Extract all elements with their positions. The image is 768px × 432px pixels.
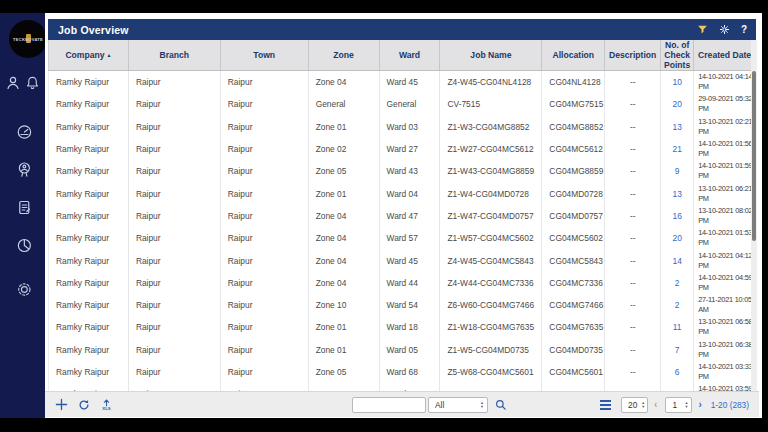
cell-allocation: CG04MG7515 (542, 93, 605, 115)
analytics-pie-icon[interactable] (15, 237, 32, 254)
column-header-ward[interactable]: Ward (380, 40, 441, 70)
cell-checkpoints[interactable]: 18 (661, 383, 694, 391)
app-logo: TECKNOVATE (9, 20, 47, 58)
cell-town: Raipur (221, 71, 309, 93)
scrollbar-thumb[interactable] (752, 71, 756, 241)
cell-branch: Raipur (129, 294, 221, 316)
page-size-menu-icon[interactable] (600, 400, 611, 410)
cell-branch: Raipur (129, 138, 221, 160)
table-row[interactable]: Ramky RaipurRaipurRaipurZone 01Ward 03Z1… (49, 116, 756, 138)
cell-ward: Ward 47 (380, 205, 441, 227)
table-row[interactable]: Ramky RaipurRaipurRaipurZone 02Ward 14Z2… (49, 383, 756, 391)
cell-checkpoints[interactable]: 16 (661, 205, 694, 227)
chevron-left-icon[interactable]: ‹ (652, 399, 659, 410)
search-input[interactable] (352, 397, 426, 413)
column-header-zone[interactable]: Zone (309, 40, 380, 70)
search-icon[interactable] (495, 399, 507, 411)
export-xls-icon[interactable]: XLS (100, 398, 113, 412)
cell-checkpoints[interactable]: 13 (661, 116, 694, 138)
table-row[interactable]: Ramky RaipurRaipurRaipurZone 04Ward 44Z4… (49, 272, 756, 294)
column-header-allocation[interactable]: Allocation (542, 40, 605, 70)
cell-company: Ramky Raipur (49, 93, 129, 115)
cell-branch: Raipur (129, 93, 221, 115)
cell-town: Raipur (221, 361, 309, 383)
table-row[interactable]: Ramky RaipurRaipurRaipurZone 01Ward 04Z1… (49, 182, 756, 204)
table-row[interactable]: Ramky RaipurRaipurRaipurZone 02Ward 27Z1… (49, 138, 756, 160)
filter-column-select[interactable]: All ▲▼ (428, 397, 488, 413)
column-header-description[interactable]: Description (605, 40, 661, 70)
cell-checkpoints[interactable]: 2 (661, 294, 694, 316)
table-row[interactable]: Ramky RaipurRaipurRaipurZone 05Ward 68Z5… (49, 361, 756, 383)
chevron-right-icon[interactable]: › (696, 399, 703, 410)
settings-gear-icon[interactable] (15, 281, 32, 298)
cell-allocation: CG04MC5843 (542, 249, 605, 271)
cell-created: 14-10-2021 03:33 PM (694, 361, 756, 383)
cell-ward: Ward 44 (380, 272, 441, 294)
table-row[interactable]: Ramky RaipurRaipurRaipurZone 04Ward 45Z4… (49, 71, 756, 93)
column-header-job-name[interactable]: Job Name (440, 40, 542, 70)
field-tracking-icon[interactable] (15, 161, 32, 179)
cell-checkpoints[interactable]: 20 (661, 93, 694, 115)
table-row[interactable]: Ramky RaipurRaipurRaipurZone 01Ward 18Z1… (49, 316, 756, 338)
table-row[interactable]: Ramky RaipurRaipurRaipurGeneralGeneralCV… (49, 93, 756, 115)
cell-allocation: CG04MD0735 (542, 339, 605, 361)
cell-allocation: CG04NL4128 (542, 71, 605, 93)
cell-checkpoints[interactable]: 7 (661, 339, 694, 361)
dashboard-gauge-icon[interactable] (15, 123, 33, 141)
column-header-branch[interactable]: Branch (129, 40, 221, 70)
column-header-label: Description (609, 50, 656, 60)
table-row[interactable]: Ramky RaipurRaipurRaipurZone 05Ward 43Z1… (49, 160, 756, 182)
cell-created: 13-10-2021 02:21 PM (694, 116, 756, 138)
cell-checkpoints[interactable]: 10 (661, 71, 694, 93)
cell-checkpoints[interactable]: 2 (661, 272, 694, 294)
cell-town: Raipur (221, 116, 309, 138)
cell-created: 14-10-2021 01:56 PM (694, 138, 756, 160)
cell-zone: Zone 02 (309, 383, 380, 391)
cell-town: Raipur (221, 383, 309, 391)
page-value: 1 (672, 400, 677, 410)
add-record-icon[interactable] (55, 398, 68, 411)
cell-checkpoints[interactable]: 21 (661, 138, 694, 160)
cell-ward: Ward 14 (380, 383, 441, 391)
column-header-company[interactable]: Company▲ (49, 40, 129, 70)
refresh-icon[interactable] (78, 399, 90, 411)
vertical-scrollbar[interactable] (751, 40, 757, 404)
select-arrows-icon: ▲▼ (641, 401, 645, 409)
cell-description: -- (605, 160, 661, 182)
cell-checkpoints[interactable]: 6 (661, 361, 694, 383)
reports-icon[interactable] (16, 199, 32, 216)
page-select[interactable]: 1 ▲▼ (665, 397, 692, 413)
cell-created: 29-09-2021 05:32 PM (694, 93, 756, 115)
cell-checkpoints[interactable]: 20 (661, 227, 694, 249)
cell-ward: Ward 68 (380, 361, 441, 383)
cell-company: Ramky Raipur (49, 339, 129, 361)
cell-zone: Zone 05 (309, 361, 380, 383)
cell-job-name: Z1-W47-CG04MD0757 (440, 205, 542, 227)
cell-checkpoints[interactable]: 14 (661, 249, 694, 271)
cell-checkpoints[interactable]: 11 (661, 316, 694, 338)
table-body: Ramky RaipurRaipurRaipurZone 04Ward 45Z4… (48, 71, 756, 391)
cell-branch: Raipur (129, 249, 221, 271)
cell-created: 14-10-2021 04:59 PM (694, 272, 756, 294)
table-row[interactable]: Ramky RaipurRaipurRaipurZone 01Ward 05Z1… (49, 339, 756, 361)
table-row[interactable]: Ramky RaipurRaipurRaipurZone 10Ward 54Z6… (49, 294, 756, 316)
cell-ward: Ward 45 (380, 71, 441, 93)
cell-checkpoints[interactable]: 9 (661, 160, 694, 182)
cell-town: Raipur (221, 138, 309, 160)
cell-zone: Zone 01 (309, 182, 380, 204)
help-icon[interactable]: ? (741, 24, 747, 35)
cell-checkpoints[interactable]: 13 (661, 182, 694, 204)
gear-icon[interactable] (719, 24, 730, 35)
page-size-select[interactable]: 20 ▲▼ (621, 397, 648, 413)
table-row[interactable]: Ramky RaipurRaipurRaipurZone 04Ward 47Z1… (49, 205, 756, 227)
cell-job-name: Z5-W68-CG04MC5601 (440, 361, 542, 383)
table-row[interactable]: Ramky RaipurRaipurRaipurZone 04Ward 57Z1… (49, 227, 756, 249)
user-icon[interactable] (5, 75, 21, 91)
column-header-created-date[interactable]: Created Date (694, 40, 756, 70)
column-header-town[interactable]: Town (221, 40, 309, 70)
cell-description: -- (605, 205, 661, 227)
table-row[interactable]: Ramky RaipurRaipurRaipurZone 04Ward 45Z4… (49, 249, 756, 271)
bell-icon[interactable] (25, 75, 40, 91)
filter-icon[interactable] (697, 24, 708, 35)
column-header-no-of-check-points[interactable]: No. of Check Points (661, 40, 694, 70)
